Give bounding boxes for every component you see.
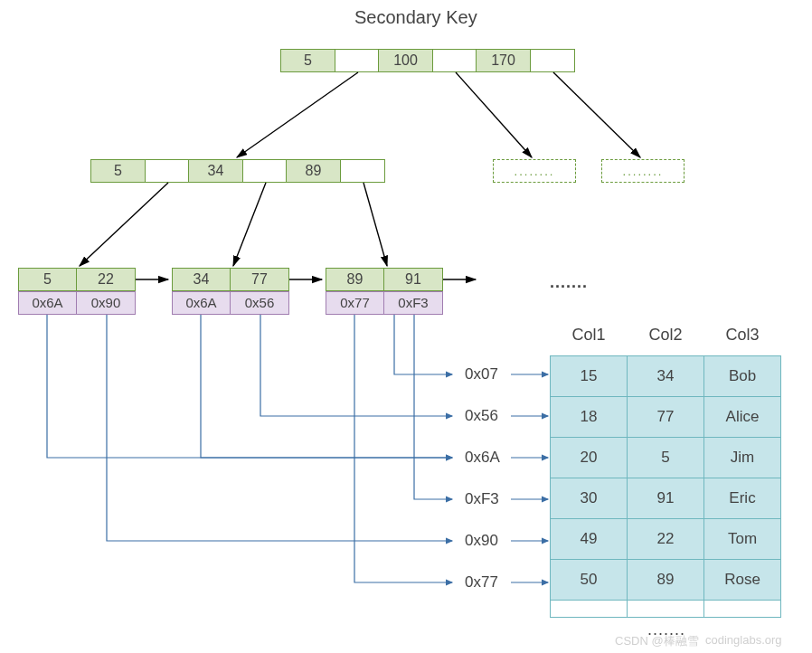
root-ptr-2 [531, 50, 574, 71]
leaf-0-ref-0: 0x6A [19, 292, 77, 314]
leaf-1-ref-1: 0x56 [231, 292, 288, 314]
mid-ptr-2 [341, 160, 384, 182]
col-header-1: Col2 [628, 320, 704, 356]
root-key-2: 170 [477, 50, 531, 71]
mid-key-2: 89 [287, 160, 341, 182]
watermark-left: CSDN @棒融雪 [615, 633, 699, 649]
mid-ptr-0 [146, 160, 189, 182]
cell: Tom [704, 519, 781, 560]
row-label-4: 0x90 [465, 532, 498, 550]
cell: 34 [628, 356, 704, 397]
mid-key-0: 5 [91, 160, 146, 182]
cell: Rose [704, 560, 781, 601]
leaf-node-1: 34 77 0x6A 0x56 [172, 268, 289, 315]
row-label-5: 0x77 [465, 573, 498, 591]
cell: Jim [704, 438, 781, 478]
leaf-node-2: 89 91 0x77 0xF3 [326, 268, 443, 315]
cell: 50 [551, 560, 628, 601]
cell: 89 [628, 560, 704, 601]
placeholder-text: ........ [515, 165, 555, 178]
cell: 15 [551, 356, 628, 397]
cell: 91 [628, 478, 704, 519]
svg-line-0 [237, 72, 358, 157]
col-header-2: Col3 [704, 320, 781, 356]
cell: 30 [551, 478, 628, 519]
leaf-0-key-1: 22 [77, 269, 135, 290]
leaf-0-ref-1: 0x90 [77, 292, 135, 314]
cell: Eric [704, 478, 781, 519]
leaf-overflow-dots: ....... [550, 273, 588, 292]
leaf-1-key-0: 34 [173, 269, 231, 290]
svg-line-2 [553, 72, 640, 157]
cell: Bob [704, 356, 781, 397]
svg-line-5 [364, 183, 387, 266]
mid-ptr-1 [243, 160, 287, 182]
table-row: 49 22 Tom [551, 519, 781, 560]
internal-node: 5 34 89 [90, 159, 385, 183]
leaf-0-key-0: 5 [19, 269, 77, 290]
row-label-1: 0x56 [465, 407, 498, 425]
root-ptr-0 [335, 50, 379, 71]
svg-line-1 [456, 72, 532, 157]
row-label-2: 0x6A [465, 449, 500, 467]
root-key-1: 100 [379, 50, 433, 71]
table-row: 15 34 Bob [551, 356, 781, 397]
leaf-2-ref-1: 0xF3 [384, 292, 442, 314]
internal-placeholder-0: ........ [493, 159, 576, 183]
mid-key-1: 34 [189, 160, 243, 182]
cell: 77 [628, 397, 704, 438]
leaf-2-key-1: 91 [384, 269, 442, 290]
placeholder-text: ........ [623, 165, 664, 178]
cell: 49 [551, 519, 628, 560]
watermark-right: codinglabs.org [705, 633, 782, 647]
cell: 18 [551, 397, 628, 438]
leaf-2-key-0: 89 [326, 269, 384, 290]
row-label-3: 0xF3 [465, 490, 499, 508]
leaf-2-ref-0: 0x77 [326, 292, 384, 314]
data-table: Col1 Col2 Col3 15 34 Bob 18 77 Alice 20 … [550, 320, 781, 618]
table-row-empty [551, 601, 781, 618]
root-node: 5 100 170 [280, 49, 575, 72]
col-header-0: Col1 [551, 320, 628, 356]
table-row: 30 91 Eric [551, 478, 781, 519]
leaf-1-ref-0: 0x6A [173, 292, 231, 314]
svg-line-4 [233, 183, 266, 266]
svg-line-3 [80, 183, 168, 266]
row-label-0: 0x07 [465, 365, 498, 383]
cell: 20 [551, 438, 628, 478]
root-key-0: 5 [281, 50, 335, 71]
table-row: 18 77 Alice [551, 397, 781, 438]
root-ptr-1 [433, 50, 477, 71]
diagram-title: Secondary Key [354, 7, 477, 28]
cell: 22 [628, 519, 704, 560]
cell: Alice [704, 397, 781, 438]
leaf-node-0: 5 22 0x6A 0x90 [18, 268, 136, 315]
diagram-canvas: Secondary Key 5 100 170 5 34 89 ........… [0, 0, 812, 653]
table-row: 50 89 Rose [551, 560, 781, 601]
table-row: 20 5 Jim [551, 438, 781, 478]
leaf-1-key-1: 77 [231, 269, 288, 290]
cell: 5 [628, 438, 704, 478]
internal-placeholder-1: ........ [601, 159, 685, 183]
